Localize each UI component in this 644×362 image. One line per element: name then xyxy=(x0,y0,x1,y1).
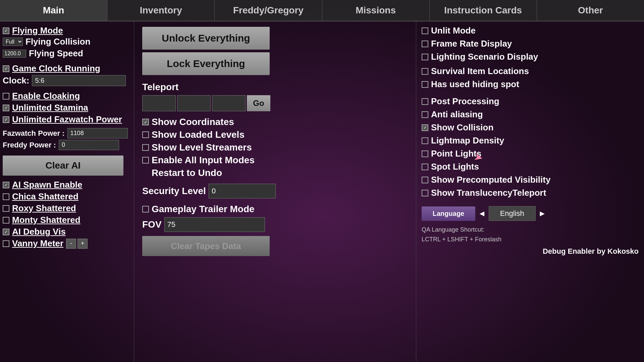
enable-all-input-checkbox[interactable] xyxy=(142,157,149,164)
post-processing-label: Post Processing xyxy=(431,96,499,107)
game-clock-checkbox[interactable] xyxy=(3,65,9,72)
game-clock-label: Game Clock Running xyxy=(12,63,100,74)
anti-aliasing-row: Anti aliasing xyxy=(422,109,639,120)
show-loaded-levels-row: Show Loaded Levels xyxy=(142,129,408,140)
gameplay-trailer-checkbox[interactable] xyxy=(142,206,149,213)
security-level-label: Security Level xyxy=(142,186,206,196)
unlimited-fazwatch-label: Unlimited Fazwatch Power xyxy=(12,114,122,125)
spot-lights-checkbox[interactable] xyxy=(422,164,428,170)
show-precomputed-checkbox[interactable] xyxy=(422,177,428,183)
lock-everything-button[interactable]: Lock Everything xyxy=(142,52,270,75)
roxy-shattered-checkbox[interactable] xyxy=(3,205,9,212)
lightmap-density-checkbox[interactable] xyxy=(422,137,428,144)
vanny-meter-checkbox[interactable] xyxy=(3,240,9,247)
freddy-power-input[interactable] xyxy=(59,140,119,150)
unlit-mode-checkbox[interactable] xyxy=(422,27,428,34)
teleport-go-button[interactable]: Go xyxy=(247,95,270,111)
enable-cloaking-checkbox[interactable] xyxy=(3,93,9,100)
show-level-streamers-checkbox[interactable] xyxy=(142,144,149,151)
fov-input[interactable] xyxy=(164,217,265,232)
chica-shattered-checkbox[interactable] xyxy=(3,193,9,200)
language-value: English xyxy=(489,206,536,221)
has-used-hiding-checkbox[interactable] xyxy=(422,81,428,88)
show-collision-checkbox[interactable] xyxy=(422,124,428,131)
has-used-hiding-row: Has used hiding spot xyxy=(422,79,639,89)
enable-cloaking-row: Enable Cloaking xyxy=(3,91,131,101)
unlimited-fazwatch-checkbox[interactable] xyxy=(3,116,9,123)
flying-collision-dropdown[interactable]: Full None xyxy=(3,38,23,46)
lightmap-density-row: Lightmap Density xyxy=(422,135,639,146)
language-left-arrow-button[interactable]: ◄ xyxy=(475,209,489,218)
lighting-scenario-label: Lighting Scenario Display xyxy=(431,52,538,62)
show-loaded-levels-checkbox[interactable] xyxy=(142,131,149,138)
post-processing-checkbox[interactable] xyxy=(422,98,428,105)
teleport-z-input[interactable] xyxy=(212,95,246,111)
flying-collision-row: Full None Flying Collision xyxy=(3,37,131,47)
flying-speed-row: Flying Speed xyxy=(3,48,131,59)
flying-mode-label: Flying Mode xyxy=(12,25,63,36)
unlit-mode-label: Unlit Mode xyxy=(431,25,476,36)
show-coordinates-checkbox[interactable] xyxy=(142,119,149,125)
flying-collision-label: Flying Collision xyxy=(25,37,91,47)
enable-all-input-row: Enable All Input Modes xyxy=(142,155,408,166)
teleport-y-input[interactable] xyxy=(177,95,211,111)
show-level-streamers-label: Show Level Streamers xyxy=(152,142,252,153)
language-button[interactable]: Language xyxy=(422,206,475,221)
point-lights-checkbox[interactable] xyxy=(422,150,428,157)
flying-speed-input[interactable] xyxy=(3,50,26,58)
chica-shattered-row: Chica Shattered xyxy=(3,191,131,202)
left-panel: Flying Mode Full None Flying Collision F… xyxy=(0,21,134,362)
teleport-section: Teleport Go xyxy=(142,82,408,111)
clear-ai-button[interactable]: Clear AI xyxy=(3,156,123,176)
frame-rate-checkbox[interactable] xyxy=(422,41,428,47)
tab-missions[interactable]: Missions xyxy=(322,0,430,21)
ai-debug-checkbox[interactable] xyxy=(3,229,9,235)
clock-input[interactable] xyxy=(32,75,126,86)
show-translucency-row: Show TranslucencyTeleport xyxy=(422,188,639,198)
anti-aliasing-label: Anti aliasing xyxy=(431,109,483,120)
show-translucency-label: Show TranslucencyTeleport xyxy=(431,188,546,198)
vanny-plus-button[interactable]: + xyxy=(77,239,88,249)
tab-inventory[interactable]: Inventory xyxy=(107,0,215,21)
monty-shattered-label: Monty Shattered xyxy=(12,215,80,225)
anti-aliasing-checkbox[interactable] xyxy=(422,111,428,118)
ai-spawn-label: AI Spawn Enable xyxy=(12,180,83,190)
unlock-everything-button[interactable]: Unlock Everything xyxy=(142,27,270,50)
restart-to-undo-label: Restart to Undo xyxy=(152,168,222,178)
show-collision-row: Show Collision xyxy=(422,122,639,133)
debug-credit: Debug Enabler by Kokosko xyxy=(422,247,639,256)
flying-mode-checkbox[interactable] xyxy=(3,27,9,34)
unlimited-fazwatch-row: Unlimited Fazwatch Power xyxy=(3,114,131,125)
clock-label: Clock: xyxy=(3,75,29,86)
clock-row: Clock: xyxy=(3,75,131,86)
language-section: Language ◄ English ► QA Language Shortcu… xyxy=(422,206,639,256)
frame-rate-label: Frame Rate Display xyxy=(431,39,512,49)
show-collision-label: Show Collision xyxy=(431,122,493,133)
clear-tapes-button[interactable]: Clear Tapes Data xyxy=(142,236,270,256)
flying-mode-row: Flying Mode xyxy=(3,25,131,36)
enable-cloaking-label: Enable Cloaking xyxy=(12,91,80,101)
security-level-input[interactable] xyxy=(209,184,276,198)
spot-lights-label: Spot Lights xyxy=(431,162,479,172)
lightmap-density-label: Lightmap Density xyxy=(431,135,504,146)
tab-freddy[interactable]: Freddy/Gregory xyxy=(215,0,322,21)
frame-rate-row: Frame Rate Display xyxy=(422,39,639,49)
vanny-minus-button[interactable]: - xyxy=(66,239,76,249)
teleport-x-input[interactable] xyxy=(142,95,176,111)
unlimited-stamina-checkbox[interactable] xyxy=(3,105,9,111)
monty-shattered-row: Monty Shattered xyxy=(3,215,131,225)
tab-main[interactable]: Main xyxy=(0,0,107,21)
tab-instruction-cards[interactable]: Instruction Cards xyxy=(430,0,537,21)
show-translucency-checkbox[interactable] xyxy=(422,190,428,196)
survival-item-checkbox[interactable] xyxy=(422,68,428,75)
monty-shattered-checkbox[interactable] xyxy=(3,217,9,224)
fazwatch-power-input[interactable] xyxy=(67,128,128,138)
ai-spawn-checkbox[interactable] xyxy=(3,182,9,188)
qa-shortcut-label: QA Language Shortcut: xyxy=(422,226,484,233)
unlimited-stamina-row: Unlimited Stamina xyxy=(3,103,131,113)
tab-other[interactable]: Other xyxy=(537,0,644,21)
language-right-arrow-button[interactable]: ► xyxy=(536,209,549,218)
lighting-scenario-checkbox[interactable] xyxy=(422,54,428,60)
fov-row: FOV xyxy=(142,217,408,232)
post-processing-row: Post Processing xyxy=(422,96,639,107)
